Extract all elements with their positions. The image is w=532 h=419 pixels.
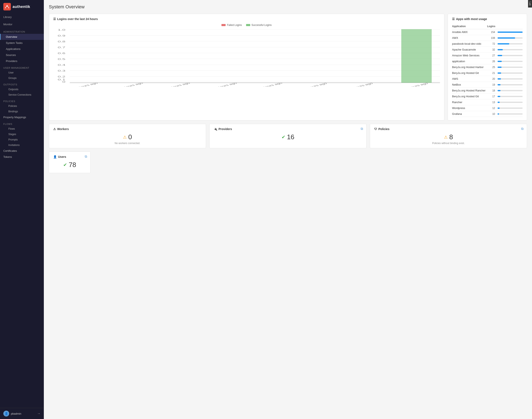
workers-warning-icon: ⚠	[123, 135, 127, 140]
app-logins: 10	[487, 111, 498, 117]
workers-count: ⚠ 0	[123, 133, 132, 141]
workers-icon: ⚠	[53, 127, 56, 131]
app-name: NetBox	[452, 82, 487, 88]
table-row: Grafana 10	[452, 111, 523, 117]
sidebar-item-sources[interactable]: Sources	[0, 52, 44, 58]
outposts-header: Outposts	[0, 82, 44, 87]
users-check-icon: ✔	[63, 162, 67, 168]
app-name: BeryJu.org Hosted Rancher	[452, 88, 487, 93]
app-bar	[498, 41, 523, 47]
app-logins: 32	[487, 47, 498, 52]
chart-svg: 1.0 0.9 0.8 0.7 0.6 0.5 0.4 0.3 0.2 0.1 …	[53, 28, 440, 87]
sidebar-item-overview[interactable]: Overview	[0, 34, 44, 40]
app-logins: 154	[487, 29, 498, 35]
providers-icon: 🔌	[214, 127, 217, 131]
app-logins: 21	[487, 70, 498, 76]
app-name: AWX	[452, 35, 487, 41]
app-bar	[498, 35, 523, 41]
sidebar-item-system-tasks[interactable]: System Tasks	[0, 40, 44, 46]
app-bar	[498, 99, 523, 105]
sidebar-item-monitor[interactable]: Monitor	[0, 21, 44, 28]
sidebar-item-property-mappings[interactable]: Property Mappings	[0, 114, 44, 120]
policies-count: ⚠ 8	[444, 133, 453, 141]
sidebar-item-user[interactable]: User	[0, 70, 44, 75]
users-icon: 👤	[53, 155, 57, 158]
main-content: System Overview ☰ Logins over the last 2…	[44, 0, 532, 419]
workers-title: ⚠ Workers	[53, 127, 202, 131]
app-name: Ansible AWX	[452, 29, 487, 35]
table-row: application 26	[452, 58, 523, 64]
failed-color	[221, 24, 226, 26]
legend-successful: Successful Logins	[246, 24, 272, 26]
svg-text:5 Hours ago: 5 Hours ago	[348, 82, 374, 87]
table-row: BeryJu.org Hosted Rancher 18	[452, 88, 523, 93]
logins-chart-card: ☰ Logins over the last 24 hours Failed L…	[49, 14, 444, 120]
avatar: 👤	[3, 411, 9, 417]
sidebar-item-service-connections[interactable]: Service Connections	[0, 92, 44, 97]
logo[interactable]: authentik	[0, 0, 44, 13]
sidebar-item-flows[interactable]: Flows	[0, 126, 44, 131]
sidebar-item-outposts[interactable]: Outposts	[0, 87, 44, 92]
app-logins: 19	[487, 82, 498, 88]
app-logins: 13	[487, 99, 498, 105]
users-title: 👤 Users	[53, 155, 86, 158]
apps-usage-title: ☰ Apps with most usage	[452, 17, 523, 21]
svg-text:0.8: 0.8	[58, 40, 65, 43]
sidebar-item-policies[interactable]: Policies	[0, 103, 44, 109]
sidebar-item-library[interactable]: Library	[0, 13, 44, 21]
svg-text:0: 0	[62, 80, 65, 83]
policies-card: 🛡 Policies ⧉ ⚠ 8 Policies without bindin…	[370, 124, 527, 148]
table-row: passbook-local-dev-oidc 72	[452, 41, 523, 47]
sidebar-item-providers[interactable]: Providers	[0, 58, 44, 64]
table-row: Amazon Web Services 27	[452, 52, 523, 58]
sidebar-item-certificates[interactable]: Certificates	[0, 148, 44, 154]
app-name: application	[452, 58, 487, 64]
svg-text:8 Hours ago: 8 Hours ago	[302, 82, 328, 87]
svg-text:0.7: 0.7	[58, 46, 65, 49]
policies-link[interactable]: ⧉	[521, 127, 523, 131]
table-row: AWS 20	[452, 76, 523, 82]
svg-text:17 Hours ago: 17 Hours ago	[162, 82, 191, 87]
table-row: BeryJu.org Hosted Git 17	[452, 93, 523, 99]
monitor-label: Monitor	[3, 23, 12, 26]
policies-sub: Policies without binding exist.	[432, 142, 465, 145]
users-link[interactable]: ⧉	[85, 155, 87, 158]
providers-card: 🔌 Providers ⧉ ✔ 16	[209, 124, 366, 148]
sidebar-item-bindings[interactable]: Bindings	[0, 109, 44, 114]
user-management-header: User Management	[0, 65, 44, 70]
app-logins: 72	[487, 41, 498, 47]
svg-text:20 Hours ago: 20 Hours ago	[116, 82, 144, 87]
policies-warning-icon: ⚠	[444, 135, 448, 140]
svg-text:23 Hours ago: 23 Hours ago	[70, 82, 99, 87]
sidebar-item-invitations[interactable]: Invitations	[0, 142, 44, 148]
table-row: Wordpress 12	[452, 105, 523, 111]
app-bar	[498, 70, 523, 76]
app-logins: 26	[487, 58, 498, 64]
svg-text:0.4: 0.4	[58, 64, 65, 66]
app-logins: 17	[487, 93, 498, 99]
app-bar	[498, 29, 523, 35]
sidebar-item-applications[interactable]: Applications	[0, 46, 44, 52]
sidebar-item-groups[interactable]: Groups	[0, 75, 44, 81]
logout-icon[interactable]: →	[37, 412, 40, 416]
app-name: Wordpress	[452, 105, 487, 111]
table-row: AWX 108	[452, 35, 523, 41]
app-name: BeryJu.org Hosted Git	[452, 70, 487, 76]
sidebar-item-tokens[interactable]: Tokens	[0, 154, 44, 160]
app-logins: 27	[487, 52, 498, 58]
sidebar-item-prompts[interactable]: Prompts	[0, 137, 44, 142]
chart-area: 1.0 0.9 0.8 0.7 0.6 0.5 0.4 0.3 0.2 0.1 …	[53, 28, 440, 87]
list-icon: ☰	[53, 17, 56, 21]
providers-link[interactable]: ⧉	[361, 127, 363, 131]
svg-text:0.6: 0.6	[58, 52, 65, 54]
app-name: BeryJu.org Hosted Harbor	[452, 64, 487, 70]
col-application: Application	[452, 24, 487, 29]
page-title: System Overview	[49, 4, 527, 10]
svg-text:0.3: 0.3	[58, 69, 65, 72]
table-row: Rancher 13	[452, 99, 523, 105]
sidebar-item-stages[interactable]: Stages	[0, 131, 44, 137]
svg-text:0.2: 0.2	[58, 75, 65, 78]
apps-table: Application Logins Ansible AWX 154 AWX 1…	[452, 24, 523, 117]
logo-text: authentik	[13, 5, 30, 9]
apps-table-header: Application Logins	[452, 24, 523, 29]
